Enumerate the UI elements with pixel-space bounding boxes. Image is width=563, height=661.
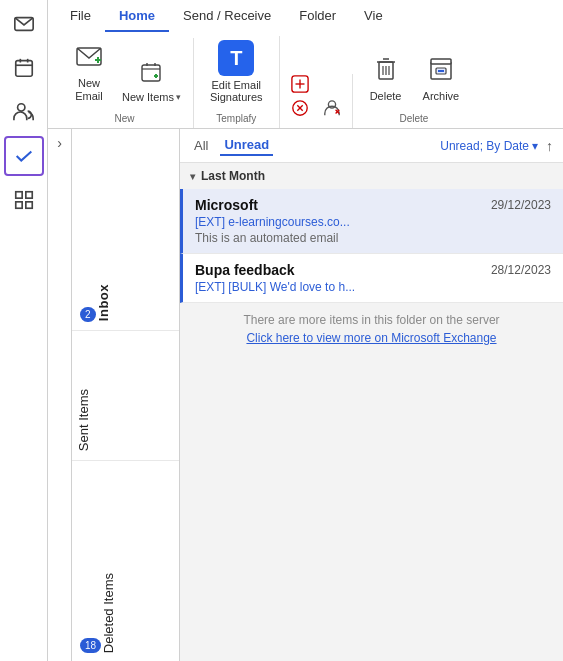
section-header-label: Last Month [201,169,265,183]
tab-folder[interactable]: Folder [285,0,350,32]
filter-bar: All Unread Unread; By Date ▾ ↑ [180,129,563,163]
inbox-folder[interactable]: 2 Inbox [72,129,179,331]
tab-send-receive[interactable]: Send / Receive [169,0,285,32]
email-subject-bupa: [EXT] [BULK] We'd love to h... [195,280,551,294]
sent-items-folder[interactable]: Sent Items [72,331,179,461]
archive-icon [429,57,453,87]
sent-items-label: Sent Items [76,389,91,451]
email-footer: There are more items in this folder on t… [180,303,563,355]
tasks-icon[interactable] [4,136,44,176]
main-content: File Home Send / Receive Folder Vie [48,0,563,661]
svg-rect-35 [431,59,451,64]
deleted-items-label: Deleted Items [101,573,116,653]
ribbon-group-new: New Email [56,38,194,128]
svg-point-5 [17,104,24,111]
delete-label: Delete [370,90,402,103]
sort-dropdown[interactable]: Unread; By Date ▾ [440,139,538,153]
svg-rect-6 [15,192,21,198]
delete-group-buttons: Delete [361,53,468,111]
tab-file[interactable]: File [56,0,105,32]
ribbon-group-delete: Delete [353,53,476,128]
new-email-icon [75,42,103,74]
delete-icon [374,57,398,87]
new-items-icon [139,61,163,88]
email-item-microsoft[interactable]: Microsoft 29/12/2023 [EXT] e-learningcou… [180,189,563,254]
delete-button[interactable]: Delete [361,53,411,107]
sort-chevron-icon: ▾ [532,139,538,153]
email-subject: [EXT] e-learningcourses.co... [195,215,551,229]
edit-signatures-button[interactable]: T Edit Email Signatures [202,36,271,107]
email-sender: Microsoft [195,197,258,213]
new-items-label-row: New Items ▾ [122,91,181,103]
svg-rect-1 [15,61,32,77]
tab-view[interactable]: Vie [350,0,397,32]
email-list-area: All Unread Unread; By Date ▾ ↑ ▾ Last Mo… [180,129,563,661]
templafy-group-buttons: T Edit Email Signatures [202,36,271,111]
email-row1-bupa: Bupa feedback 28/12/2023 [195,262,551,278]
content-area: › 2 Inbox Sent Items 18 Deleted Items Al… [48,129,563,661]
svg-rect-9 [25,202,31,208]
person-rule-button[interactable] [320,98,344,118]
new-items-chevron: ▾ [176,92,181,102]
deleted-items-folder[interactable]: 18 Deleted Items [72,461,179,662]
new-items-button[interactable]: New Items ▾ [118,57,185,107]
tab-home[interactable]: Home [105,0,169,32]
ribbon-group-rules [280,74,353,128]
rules-buttons [288,74,344,122]
ribbon-group-templafy: T Edit Email Signatures Templafy [194,36,280,128]
calendar-icon[interactable] [4,48,44,88]
new-items-label: New Items [122,91,174,103]
extra-icon-group [320,98,344,118]
view-more-link[interactable]: Click here to view more on Microsoft Exc… [192,331,551,345]
ribbon: File Home Send / Receive Folder Vie [48,0,563,129]
mail-icon[interactable] [4,4,44,44]
svg-rect-7 [25,192,31,198]
rules-icon-group [288,74,312,118]
svg-rect-8 [15,202,21,208]
svg-rect-13 [142,65,160,81]
collapse-chevron-icon: › [57,135,62,151]
new-email-label: New Email [75,77,103,103]
sort-label: Unread; By Date [440,139,529,153]
footer-text: There are more items in this folder on t… [243,313,499,327]
new-email-button[interactable]: New Email [64,38,114,107]
rule-1-button[interactable] [288,74,312,94]
app-sidebar [0,0,48,661]
folders-column: 2 Inbox Sent Items 18 Deleted Items [72,129,180,661]
filter-all-tab[interactable]: All [190,136,212,155]
email-preview: This is an automated email [195,231,551,245]
email-sender-bupa: Bupa feedback [195,262,295,278]
inbox-badge: 2 [80,307,96,322]
archive-button[interactable]: Archive [415,53,468,107]
section-header-last-month: ▾ Last Month [180,163,563,189]
archive-label: Archive [423,90,460,103]
rule-2-button[interactable] [288,98,312,118]
ribbon-tab-bar: File Home Send / Receive Folder Vie [48,0,563,32]
email-date: 29/12/2023 [491,198,551,212]
collapse-panel-button[interactable]: › [48,129,72,661]
rules-group-label [288,122,344,128]
email-item-bupa[interactable]: Bupa feedback 28/12/2023 [EXT] [BULK] We… [180,254,563,303]
people-icon[interactable] [4,92,44,132]
email-date-bupa: 28/12/2023 [491,263,551,277]
ribbon-buttons: New Email [48,32,563,128]
templafy-group-label: Templafy [202,111,271,128]
filter-unread-tab[interactable]: Unread [220,135,273,156]
new-group-label: New [64,111,185,128]
templafy-icon: T [218,40,254,76]
delete-group-label: Delete [361,111,468,128]
email-row1: Microsoft 29/12/2023 [195,197,551,213]
new-group-buttons: New Email [64,38,185,111]
deleted-badge: 18 [80,638,101,653]
section-chevron-icon[interactable]: ▾ [190,171,195,182]
apps-icon[interactable] [4,180,44,220]
sort-direction-button[interactable]: ↑ [546,138,553,154]
inbox-label: Inbox [96,284,111,321]
edit-signatures-label: Edit Email Signatures [210,79,263,103]
